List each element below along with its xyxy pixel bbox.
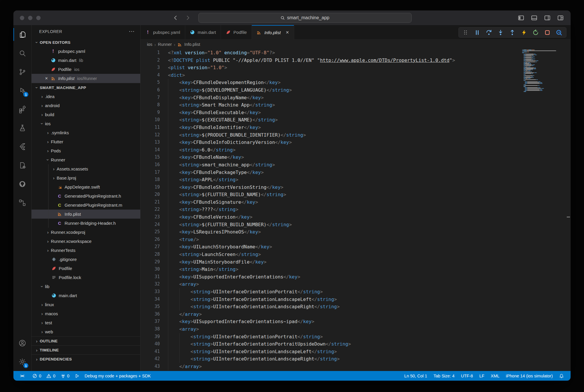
code-line-38[interactable]: 38<array> <box>141 325 521 333</box>
code-line-18[interactable]: 18<string>APPL</string> <box>141 176 521 184</box>
layout-panel-icon[interactable] <box>531 15 537 21</box>
activity-github-icon[interactable] <box>13 175 31 193</box>
zoom-window-button[interactable] <box>36 16 41 20</box>
tree-item-AppDelegate.swift[interactable]: AppDelegate.swift <box>32 182 140 191</box>
code-line-6[interactable]: 6<string>$(DEVELOPMENT_LANGUAGE)</string… <box>141 86 521 94</box>
code-line-35[interactable]: 35<string>UIInterfaceOrientationLandscap… <box>141 303 521 311</box>
tab-Info.plist[interactable]: Info.plist ✕ <box>252 25 294 40</box>
status-utf-8[interactable]: UTF-8 <box>458 371 476 381</box>
activity-settings-icon[interactable]: 1 <box>13 352 31 371</box>
code-line-26[interactable]: 26<true/> <box>141 236 521 243</box>
inspector-icon[interactable] <box>556 29 562 36</box>
status-lf[interactable]: LF <box>477 371 487 381</box>
code-line-7[interactable]: 7<key>CFBundleDisplayName</key> <box>141 94 521 102</box>
status-0[interactable]: 0 <box>58 371 72 381</box>
code-line-11[interactable]: 11<key>CFBundleIdentifier</key> <box>141 124 521 131</box>
code-line-40[interactable]: 40<string>UIInterfaceOrientationPortrait… <box>141 340 521 348</box>
tree-item-Flutter[interactable]: ›Flutter <box>32 137 140 146</box>
tree-item-.gitignore[interactable]: .gitignore <box>32 255 140 264</box>
activity-source-control-icon[interactable] <box>13 62 31 81</box>
tree-item-Runner[interactable]: ›Runner <box>32 155 140 164</box>
tree-item-GeneratedPluginRegistrant.h[interactable]: CGeneratedPluginRegistrant.h <box>32 191 140 201</box>
tree-item-main.dart[interactable]: main.dart <box>32 291 140 300</box>
command-center[interactable]: smart_machine_app <box>198 13 412 23</box>
layout-sidebar-left-icon[interactable] <box>518 15 524 21</box>
activity-run-debug-icon[interactable]: 1 <box>13 81 31 100</box>
step-out-icon[interactable] <box>509 29 515 36</box>
activity-account-icon[interactable] <box>13 334 31 352</box>
tree-item-Assets.xcassets[interactable]: ›Assets.xcassets <box>32 164 140 173</box>
code-line-31[interactable]: 31<key>UISupportedInterfaceOrientations<… <box>141 273 521 281</box>
breadcrumb-item[interactable]: Runner <box>158 42 172 47</box>
tree-item-Info.plist[interactable]: Info.plist <box>32 210 140 219</box>
stop-icon[interactable] <box>544 29 550 36</box>
code-line-15[interactable]: 15<key>CFBundleName</key> <box>141 154 521 161</box>
code-line-34[interactable]: 34<string>UIInterfaceOrientationLandscap… <box>141 296 521 303</box>
activity-testing-icon[interactable] <box>13 119 31 137</box>
tree-item-.idea[interactable]: ›.idea <box>32 92 140 101</box>
tree-item-build[interactable]: ›build <box>32 110 140 119</box>
tab-pubspec.yaml[interactable]: ! pubspec.yaml <box>141 25 185 39</box>
tree-item-Base.lproj[interactable]: ›Base.lproj <box>32 173 140 182</box>
tree-item-test[interactable]: ›test <box>32 318 140 327</box>
open-editor-main.dart[interactable]: main.dart lib <box>32 56 140 65</box>
status-debug-play[interactable] <box>72 371 82 381</box>
step-into-icon[interactable] <box>498 29 504 36</box>
activity-search-icon[interactable] <box>13 44 31 62</box>
step-over-icon[interactable] <box>486 29 492 36</box>
code-line-2[interactable]: 2<!DOCTYPE plist PUBLIC "-//Apple//DTD P… <box>141 57 521 64</box>
code-line-3[interactable]: 3<plist version="1.0"> <box>141 64 521 72</box>
code-line-9[interactable]: 9<key>CFBundleExecutable</key> <box>141 109 521 116</box>
code-line-28[interactable]: 28<string>LaunchScreen</string> <box>141 251 521 258</box>
status-debug-my-code-packages-sdk[interactable]: Debug my code + packages + SDK <box>82 371 154 381</box>
tree-item-macos[interactable]: ›macos <box>32 309 140 318</box>
code-line-29[interactable]: 29<key>UIMainStoryboardFile</key> <box>141 258 521 266</box>
tab-main.dart[interactable]: main.dart <box>185 25 221 39</box>
activity-extensions-icon[interactable] <box>13 100 31 119</box>
layout-customize-icon[interactable] <box>557 15 564 21</box>
code-line-5[interactable]: 5<key>CFBundleDevelopmentRegion</key> <box>141 79 521 86</box>
code-line-8[interactable]: 8<string>Smart Machine App</string> <box>141 101 521 109</box>
minimize-window-button[interactable] <box>28 16 32 20</box>
pause-icon[interactable] <box>474 29 480 36</box>
tree-item-Podfile[interactable]: Podfile <box>32 264 140 273</box>
status-0[interactable]: 0 <box>44 371 58 381</box>
status-bell[interactable] <box>557 371 566 381</box>
tree-item-web[interactable]: ›web <box>32 327 140 336</box>
code-line-30[interactable]: 30<string>Main</string> <box>141 266 521 273</box>
open-editor-Info.plist[interactable]: ✕ Info.plist ios/Runner <box>32 74 140 83</box>
activity-cpp-tools-icon[interactable] <box>13 156 31 175</box>
code-line-12[interactable]: 12<string>$(PRODUCT_BUNDLE_IDENTIFIER)</… <box>141 131 521 139</box>
breadcrumb-item[interactable]: Info.plist <box>184 42 200 47</box>
code-line-16[interactable]: 16<string>smart_machine_app</string> <box>141 161 521 169</box>
activity-flutter-icon[interactable] <box>13 137 31 156</box>
close-icon[interactable]: ✕ <box>43 76 50 81</box>
code-line-1[interactable]: 1<?xml version="1.0" encoding="UTF-8"?> <box>141 49 521 57</box>
window-controls[interactable] <box>13 16 72 20</box>
status-xml[interactable]: XML <box>488 371 502 381</box>
close-icon[interactable]: ✕ <box>286 30 289 35</box>
tree-item-linux[interactable]: ›linux <box>32 300 140 309</box>
code-line-37[interactable]: 37<key>UISupportedInterfaceOrientations~… <box>141 318 521 325</box>
code-line-27[interactable]: 27<key>UILaunchStoryboardName</key> <box>141 243 521 251</box>
section-outline[interactable]: ›OUTLINE <box>32 336 140 345</box>
code-line-43[interactable]: 43</array> <box>141 363 521 370</box>
tree-item-Podfile.lock[interactable]: Podfile.lock <box>32 273 140 282</box>
tree-item-Runner.xcodeproj[interactable]: ›Runner.xcodeproj <box>32 228 140 237</box>
code-line-32[interactable]: 32<array> <box>141 281 521 288</box>
code-area[interactable]: 1<?xml version="1.0" encoding="UTF-8"?>2… <box>141 49 571 371</box>
section-dependencies[interactable]: ›DEPENDENCIES <box>32 354 140 363</box>
hot-reload-icon[interactable] <box>521 29 527 36</box>
code-line-42[interactable]: 42<string>UIInterfaceOrientationLandscap… <box>141 355 521 363</box>
status-remote[interactable]: >< <box>13 371 30 381</box>
code-line-41[interactable]: 41<string>UIInterfaceOrientationLandscap… <box>141 348 521 356</box>
explorer-more-actions-icon[interactable]: ··· <box>129 29 135 34</box>
code-line-23[interactable]: 23<key>CFBundleVersion</key> <box>141 213 521 221</box>
activity-references-icon[interactable] <box>13 193 31 212</box>
status-0[interactable]: 0 <box>30 371 44 381</box>
open-editors-section-header[interactable]: › OPEN EDITORS <box>32 38 140 47</box>
tree-item-Runner-Bridging-Header.h[interactable]: CRunner-Bridging-Header.h <box>32 219 140 228</box>
code-line-19[interactable]: 19<key>CFBundleShortVersionString</key> <box>141 184 521 191</box>
open-editor-Podfile[interactable]: Podfile ios <box>32 65 140 74</box>
section-timeline[interactable]: ›TIMELINE <box>32 345 140 354</box>
